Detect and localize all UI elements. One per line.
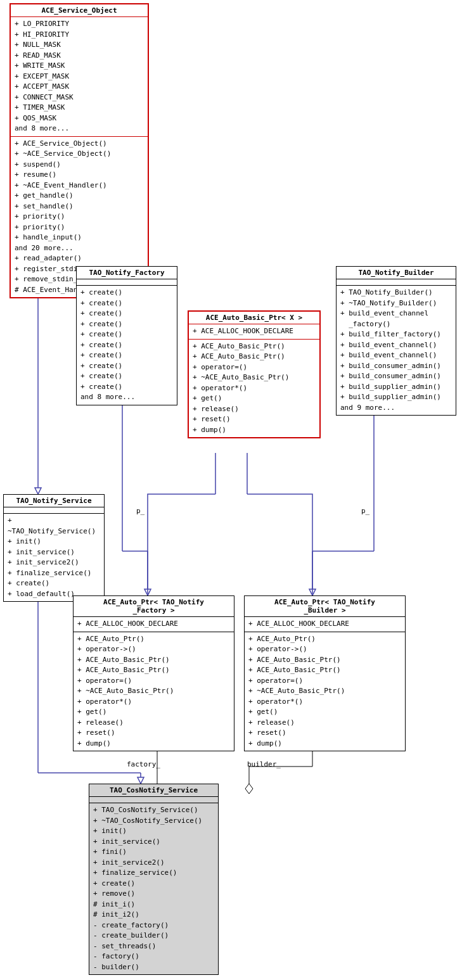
tao-notify-builder-box: TAO_Notify_Builder + TAO_Notify_Builder(… xyxy=(336,266,456,416)
tao-notify-factory-methods: + create() + create() + create() + creat… xyxy=(77,286,177,405)
tao-notify-service-title: TAO_Notify_Service xyxy=(4,495,104,507)
tao-cosnotify-service-box: TAO_CosNotify_Service + TAO_CosNotify_Se… xyxy=(89,784,219,975)
ace-auto-basic-ptr-attrs: + ACE_ALLOC_HOOK_DECLARE xyxy=(189,324,319,340)
ace-auto-ptr-builder-attrs: + ACE_ALLOC_HOOK_DECLARE xyxy=(245,617,405,632)
ace-auto-basic-ptr-methods: + ACE_Auto_Basic_Ptr() + ACE_Auto_Basic_… xyxy=(189,340,319,438)
ace-auto-basic-ptr-box: ACE_Auto_Basic_Ptr< X > + ACE_ALLOC_HOOK… xyxy=(188,310,321,438)
tao-notify-builder-empty xyxy=(337,279,456,286)
p-label-left: p_ xyxy=(136,507,144,515)
svg-marker-7 xyxy=(35,488,41,494)
tao-notify-factory-title: TAO_Notify_Factory xyxy=(77,267,177,279)
tao-notify-factory-empty xyxy=(77,279,177,286)
ace-auto-ptr-builder-title: ACE_Auto_Ptr< TAO_Notify_Builder > xyxy=(245,596,405,617)
svg-marker-9 xyxy=(144,589,151,595)
tao-cosnotify-service-title: TAO_CosNotify_Service xyxy=(89,784,218,797)
ace-auto-ptr-builder-methods: + ACE_Auto_Ptr() + operator->() + ACE_Au… xyxy=(245,632,405,751)
tao-cosnotify-service-empty xyxy=(89,797,218,803)
diagram-container: ACE_Service_Object + LO_PRIORITY + HI_PR… xyxy=(0,0,462,980)
svg-marker-24 xyxy=(245,784,253,794)
ace-auto-ptr-factory-attrs: + ACE_ALLOC_HOOK_DECLARE xyxy=(74,617,234,632)
tao-notify-service-box: TAO_Notify_Service + ~TAO_Notify_Service… xyxy=(3,494,105,602)
svg-marker-11 xyxy=(309,589,316,595)
ace-auto-ptr-builder-box: ACE_Auto_Ptr< TAO_Notify_Builder > + ACE… xyxy=(244,595,406,751)
ace-auto-ptr-factory-methods: + ACE_Auto_Ptr() + operator->() + ACE_Au… xyxy=(74,632,234,751)
ace-auto-basic-ptr-title: ACE_Auto_Basic_Ptr< X > xyxy=(189,312,319,324)
ace-service-object-box: ACE_Service_Object + LO_PRIORITY + HI_PR… xyxy=(10,3,149,298)
ace-service-object-attrs: + LO_PRIORITY + HI_PRIORITY + NULL_MASK … xyxy=(11,17,148,137)
svg-marker-15 xyxy=(138,777,144,784)
tao-notify-service-empty xyxy=(4,507,104,514)
tao-notify-service-methods: + ~TAO_Notify_Service() + init() + init_… xyxy=(4,514,104,601)
tao-notify-builder-title: TAO_Notify_Builder xyxy=(337,267,456,279)
tao-notify-factory-box: TAO_Notify_Factory + create() + create()… xyxy=(76,266,177,405)
ace-service-object-title: ACE_Service_Object xyxy=(11,4,148,17)
tao-cosnotify-service-methods: + TAO_CosNotify_Service() + ~TAO_CosNoti… xyxy=(89,803,218,974)
ace-auto-ptr-factory-title: ACE_Auto_Ptr< TAO_Notify_Factory > xyxy=(74,596,234,617)
ace-auto-ptr-factory-box: ACE_Auto_Ptr< TAO_Notify_Factory > + ACE… xyxy=(73,595,234,751)
tao-notify-builder-methods: + TAO_Notify_Builder() + ~TAO_Notify_Bui… xyxy=(337,286,456,415)
factory-label: factory_ xyxy=(127,760,160,768)
p-label-right: p_ xyxy=(361,507,369,515)
builder-label: builder_ xyxy=(247,760,281,768)
